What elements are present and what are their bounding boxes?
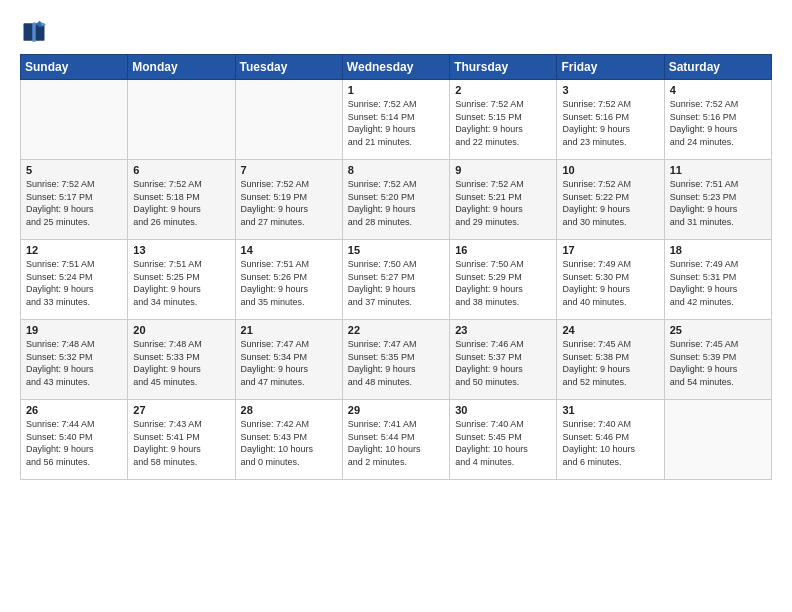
day-number: 30: [455, 404, 551, 416]
calendar-table: SundayMondayTuesdayWednesdayThursdayFrid…: [20, 54, 772, 480]
day-info: Sunrise: 7:52 AM Sunset: 5:16 PM Dayligh…: [562, 98, 658, 148]
day-number: 15: [348, 244, 444, 256]
day-number: 19: [26, 324, 122, 336]
day-number: 21: [241, 324, 337, 336]
day-cell: 29Sunrise: 7:41 AM Sunset: 5:44 PM Dayli…: [342, 400, 449, 480]
day-info: Sunrise: 7:51 AM Sunset: 5:24 PM Dayligh…: [26, 258, 122, 308]
day-info: Sunrise: 7:51 AM Sunset: 5:25 PM Dayligh…: [133, 258, 229, 308]
day-info: Sunrise: 7:48 AM Sunset: 5:32 PM Dayligh…: [26, 338, 122, 388]
day-cell: 13Sunrise: 7:51 AM Sunset: 5:25 PM Dayli…: [128, 240, 235, 320]
day-info: Sunrise: 7:40 AM Sunset: 5:45 PM Dayligh…: [455, 418, 551, 468]
day-cell: 6Sunrise: 7:52 AM Sunset: 5:18 PM Daylig…: [128, 160, 235, 240]
day-number: 4: [670, 84, 766, 96]
logo: [20, 18, 54, 46]
calendar-page: SundayMondayTuesdayWednesdayThursdayFrid…: [0, 0, 792, 612]
day-info: Sunrise: 7:52 AM Sunset: 5:19 PM Dayligh…: [241, 178, 337, 228]
day-number: 27: [133, 404, 229, 416]
day-cell: 11Sunrise: 7:51 AM Sunset: 5:23 PM Dayli…: [664, 160, 771, 240]
day-info: Sunrise: 7:44 AM Sunset: 5:40 PM Dayligh…: [26, 418, 122, 468]
day-number: 13: [133, 244, 229, 256]
day-cell: [664, 400, 771, 480]
day-number: 16: [455, 244, 551, 256]
day-cell: 25Sunrise: 7:45 AM Sunset: 5:39 PM Dayli…: [664, 320, 771, 400]
week-row-5: 26Sunrise: 7:44 AM Sunset: 5:40 PM Dayli…: [21, 400, 772, 480]
day-info: Sunrise: 7:45 AM Sunset: 5:38 PM Dayligh…: [562, 338, 658, 388]
day-info: Sunrise: 7:49 AM Sunset: 5:30 PM Dayligh…: [562, 258, 658, 308]
header: [20, 18, 772, 46]
day-info: Sunrise: 7:43 AM Sunset: 5:41 PM Dayligh…: [133, 418, 229, 468]
day-cell: 10Sunrise: 7:52 AM Sunset: 5:22 PM Dayli…: [557, 160, 664, 240]
day-info: Sunrise: 7:52 AM Sunset: 5:20 PM Dayligh…: [348, 178, 444, 228]
day-cell: 14Sunrise: 7:51 AM Sunset: 5:26 PM Dayli…: [235, 240, 342, 320]
day-cell: 30Sunrise: 7:40 AM Sunset: 5:45 PM Dayli…: [450, 400, 557, 480]
day-info: Sunrise: 7:40 AM Sunset: 5:46 PM Dayligh…: [562, 418, 658, 468]
col-header-tuesday: Tuesday: [235, 55, 342, 80]
day-info: Sunrise: 7:52 AM Sunset: 5:21 PM Dayligh…: [455, 178, 551, 228]
day-info: Sunrise: 7:41 AM Sunset: 5:44 PM Dayligh…: [348, 418, 444, 468]
day-cell: 15Sunrise: 7:50 AM Sunset: 5:27 PM Dayli…: [342, 240, 449, 320]
col-header-wednesday: Wednesday: [342, 55, 449, 80]
day-info: Sunrise: 7:50 AM Sunset: 5:27 PM Dayligh…: [348, 258, 444, 308]
day-number: 22: [348, 324, 444, 336]
day-cell: 5Sunrise: 7:52 AM Sunset: 5:17 PM Daylig…: [21, 160, 128, 240]
day-number: 28: [241, 404, 337, 416]
day-number: 7: [241, 164, 337, 176]
col-header-friday: Friday: [557, 55, 664, 80]
day-cell: 7Sunrise: 7:52 AM Sunset: 5:19 PM Daylig…: [235, 160, 342, 240]
week-row-4: 19Sunrise: 7:48 AM Sunset: 5:32 PM Dayli…: [21, 320, 772, 400]
day-number: 1: [348, 84, 444, 96]
day-info: Sunrise: 7:45 AM Sunset: 5:39 PM Dayligh…: [670, 338, 766, 388]
day-number: 14: [241, 244, 337, 256]
day-number: 18: [670, 244, 766, 256]
day-cell: [128, 80, 235, 160]
day-cell: 20Sunrise: 7:48 AM Sunset: 5:33 PM Dayli…: [128, 320, 235, 400]
day-cell: 26Sunrise: 7:44 AM Sunset: 5:40 PM Dayli…: [21, 400, 128, 480]
col-header-saturday: Saturday: [664, 55, 771, 80]
day-number: 23: [455, 324, 551, 336]
day-cell: 31Sunrise: 7:40 AM Sunset: 5:46 PM Dayli…: [557, 400, 664, 480]
day-number: 24: [562, 324, 658, 336]
day-number: 12: [26, 244, 122, 256]
day-cell: 27Sunrise: 7:43 AM Sunset: 5:41 PM Dayli…: [128, 400, 235, 480]
day-info: Sunrise: 7:51 AM Sunset: 5:23 PM Dayligh…: [670, 178, 766, 228]
day-cell: 23Sunrise: 7:46 AM Sunset: 5:37 PM Dayli…: [450, 320, 557, 400]
day-info: Sunrise: 7:49 AM Sunset: 5:31 PM Dayligh…: [670, 258, 766, 308]
day-cell: 16Sunrise: 7:50 AM Sunset: 5:29 PM Dayli…: [450, 240, 557, 320]
day-cell: 3Sunrise: 7:52 AM Sunset: 5:16 PM Daylig…: [557, 80, 664, 160]
logo-icon: [20, 18, 48, 46]
day-cell: 1Sunrise: 7:52 AM Sunset: 5:14 PM Daylig…: [342, 80, 449, 160]
col-header-thursday: Thursday: [450, 55, 557, 80]
day-cell: 12Sunrise: 7:51 AM Sunset: 5:24 PM Dayli…: [21, 240, 128, 320]
day-info: Sunrise: 7:52 AM Sunset: 5:18 PM Dayligh…: [133, 178, 229, 228]
day-number: 3: [562, 84, 658, 96]
day-info: Sunrise: 7:52 AM Sunset: 5:15 PM Dayligh…: [455, 98, 551, 148]
day-info: Sunrise: 7:52 AM Sunset: 5:22 PM Dayligh…: [562, 178, 658, 228]
day-number: 26: [26, 404, 122, 416]
day-number: 6: [133, 164, 229, 176]
day-info: Sunrise: 7:50 AM Sunset: 5:29 PM Dayligh…: [455, 258, 551, 308]
week-row-1: 1Sunrise: 7:52 AM Sunset: 5:14 PM Daylig…: [21, 80, 772, 160]
day-number: 10: [562, 164, 658, 176]
day-number: 5: [26, 164, 122, 176]
col-header-sunday: Sunday: [21, 55, 128, 80]
day-cell: 4Sunrise: 7:52 AM Sunset: 5:16 PM Daylig…: [664, 80, 771, 160]
week-row-3: 12Sunrise: 7:51 AM Sunset: 5:24 PM Dayli…: [21, 240, 772, 320]
day-info: Sunrise: 7:48 AM Sunset: 5:33 PM Dayligh…: [133, 338, 229, 388]
day-cell: 9Sunrise: 7:52 AM Sunset: 5:21 PM Daylig…: [450, 160, 557, 240]
day-cell: 17Sunrise: 7:49 AM Sunset: 5:30 PM Dayli…: [557, 240, 664, 320]
svg-rect-1: [24, 23, 34, 41]
header-row: SundayMondayTuesdayWednesdayThursdayFrid…: [21, 55, 772, 80]
day-cell: 22Sunrise: 7:47 AM Sunset: 5:35 PM Dayli…: [342, 320, 449, 400]
day-cell: 18Sunrise: 7:49 AM Sunset: 5:31 PM Dayli…: [664, 240, 771, 320]
day-cell: 28Sunrise: 7:42 AM Sunset: 5:43 PM Dayli…: [235, 400, 342, 480]
day-number: 25: [670, 324, 766, 336]
day-info: Sunrise: 7:52 AM Sunset: 5:14 PM Dayligh…: [348, 98, 444, 148]
day-number: 17: [562, 244, 658, 256]
day-info: Sunrise: 7:46 AM Sunset: 5:37 PM Dayligh…: [455, 338, 551, 388]
day-cell: 8Sunrise: 7:52 AM Sunset: 5:20 PM Daylig…: [342, 160, 449, 240]
day-number: 20: [133, 324, 229, 336]
day-number: 8: [348, 164, 444, 176]
week-row-2: 5Sunrise: 7:52 AM Sunset: 5:17 PM Daylig…: [21, 160, 772, 240]
day-info: Sunrise: 7:52 AM Sunset: 5:17 PM Dayligh…: [26, 178, 122, 228]
day-number: 11: [670, 164, 766, 176]
